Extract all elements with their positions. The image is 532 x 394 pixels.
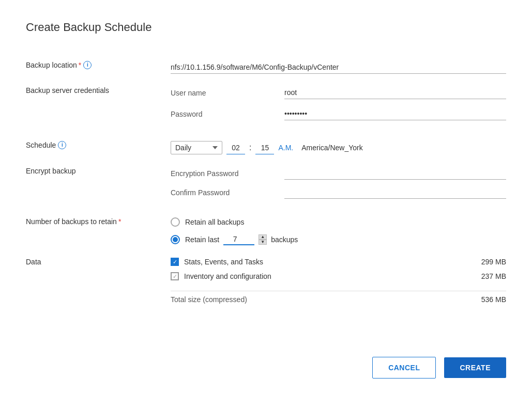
schedule-row: Schedule i Daily Weekly : A.M. America/N…: [26, 135, 506, 161]
encryption-password-label: Encryption Password: [171, 169, 284, 178]
total-label: Total size (compressed): [171, 295, 470, 304]
inventory-config-row: Inventory and configuration 237 MB: [171, 272, 506, 280]
encryption-password-input[interactable]: [284, 167, 506, 180]
encrypt-fields: Encryption Password Confirm Password: [171, 167, 506, 205]
retain-last-row: Retain last ▲ ▼ backups: [185, 234, 298, 245]
username-row: User name: [171, 86, 506, 99]
backup-location-input-cell: [171, 55, 506, 80]
inventory-config-size: 237 MB: [470, 272, 506, 280]
confirm-password-label: Confirm Password: [171, 188, 284, 197]
schedule-label-cell: Schedule i: [26, 135, 171, 161]
time-separator: :: [249, 143, 251, 152]
stats-events-row: Stats, Events, and Tasks 299 MB: [171, 258, 506, 266]
backup-credentials-label-cell: Backup server credentials: [26, 80, 171, 135]
retain-row: Number of backups to retain * Retain all…: [26, 211, 506, 251]
schedule-info-icon[interactable]: i: [58, 141, 66, 149]
create-button[interactable]: CREATE: [444, 357, 506, 378]
cancel-button[interactable]: CANCEL: [372, 357, 436, 379]
schedule-ampm[interactable]: A.M.: [278, 144, 293, 152]
schedule-hour-input[interactable]: [226, 141, 245, 154]
retain-label-cell: Number of backups to retain *: [26, 211, 171, 251]
retain-spinner-up[interactable]: ▲: [259, 234, 267, 240]
backup-credentials-row: Backup server credentials User name Pass…: [26, 80, 506, 135]
page-title: Create Backup Schedule: [26, 21, 506, 34]
retain-controls-cell: Retain all backups Retain last ▲ ▼ backu…: [171, 211, 506, 251]
data-label: Data: [26, 258, 41, 266]
retain-radio-group: Retain all backups Retain last ▲ ▼ backu…: [171, 217, 506, 245]
stats-events-checkbox-item[interactable]: Stats, Events, and Tasks: [171, 258, 470, 266]
retain-spinner-down[interactable]: ▼: [259, 240, 267, 245]
schedule-controls: Daily Weekly : A.M. America/New_York: [171, 141, 506, 154]
stats-events-label: Stats, Events, and Tasks: [184, 258, 470, 266]
data-checkbox-group: Stats, Events, and Tasks 299 MB Inventor…: [171, 258, 506, 304]
encrypt-backup-row: Encrypt backup Encryption Password Confi…: [26, 161, 506, 211]
backup-location-label: Backup location: [26, 61, 77, 69]
inventory-config-checkbox[interactable]: [171, 272, 179, 280]
confirm-password-input[interactable]: [284, 186, 506, 199]
schedule-label: Schedule: [26, 141, 56, 149]
password-input-wrap: [284, 107, 506, 120]
total-size: 536 MB: [470, 295, 506, 304]
stats-events-checkbox[interactable]: [171, 258, 179, 266]
backup-location-input[interactable]: [171, 61, 506, 74]
username-input[interactable]: [284, 86, 506, 99]
retain-all-label: Retain all backups: [185, 218, 244, 226]
password-label: Password: [171, 110, 284, 118]
encrypt-backup-label-cell: Encrypt backup: [26, 161, 171, 211]
retain-last-option[interactable]: Retain last ▲ ▼ backups: [171, 234, 506, 245]
backup-location-info-icon[interactable]: i: [83, 61, 92, 69]
schedule-controls-cell: Daily Weekly : A.M. America/New_York: [171, 135, 506, 161]
retain-required: *: [118, 217, 121, 226]
encryption-password-field: Encryption Password: [171, 167, 506, 180]
footer-buttons: CANCEL CREATE: [372, 357, 506, 379]
retain-spinner: ▲ ▼: [259, 234, 267, 245]
password-row: Password: [171, 107, 506, 120]
retain-last-input[interactable]: [223, 234, 254, 245]
username-input-wrap: [284, 86, 506, 99]
form-table: Backup location * i Backup server creden…: [26, 55, 506, 310]
confirm-password-field: Confirm Password: [171, 186, 506, 199]
retain-label: Number of backups to retain: [26, 217, 117, 226]
inventory-config-label: Inventory and configuration: [184, 272, 470, 280]
username-label: User name: [171, 89, 284, 97]
backup-credentials-fields-cell: User name Password: [171, 80, 506, 135]
backup-location-row: Backup location * i: [26, 55, 506, 80]
encrypt-backup-fields-cell: Encryption Password Confirm Password: [171, 161, 506, 211]
backup-location-required: *: [79, 61, 81, 69]
retain-all-option[interactable]: Retain all backups: [171, 217, 506, 227]
backup-location-label-cell: Backup location * i: [26, 55, 171, 80]
schedule-minute-input[interactable]: [255, 141, 274, 154]
schedule-timezone: America/New_York: [301, 144, 363, 152]
retain-last-prefix: Retain last: [185, 235, 219, 244]
encrypt-backup-label: Encrypt backup: [26, 167, 76, 175]
data-items-cell: Stats, Events, and Tasks 299 MB Inventor…: [171, 251, 506, 310]
total-row: Total size (compressed) 536 MB: [171, 291, 506, 304]
password-input[interactable]: [284, 107, 506, 120]
retain-all-radio[interactable]: [171, 217, 180, 227]
data-row: Data Stats, Events, and Tasks 299 MB: [26, 251, 506, 310]
backup-credentials-label: Backup server credentials: [26, 86, 109, 94]
stats-events-size: 299 MB: [470, 258, 506, 266]
retain-last-radio[interactable]: [171, 235, 180, 244]
schedule-frequency-select[interactable]: Daily Weekly: [171, 141, 222, 154]
retain-last-suffix: backups: [271, 235, 298, 244]
page-container: Create Backup Schedule Backup location *…: [0, 0, 532, 394]
data-label-cell: Data: [26, 251, 171, 310]
inventory-config-checkbox-item[interactable]: Inventory and configuration: [171, 272, 470, 280]
